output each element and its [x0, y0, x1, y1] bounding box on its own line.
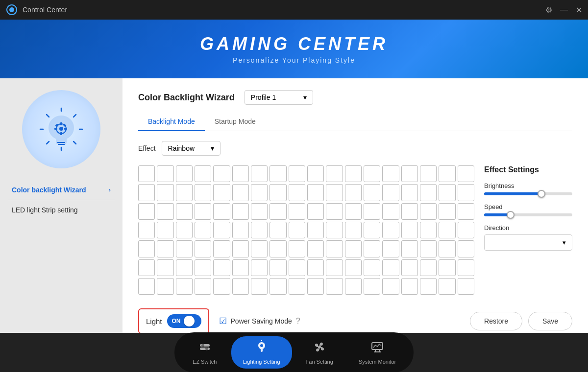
key-cell[interactable]	[157, 165, 173, 182]
key-cell[interactable]	[401, 222, 418, 238]
key-cell[interactable]	[364, 259, 380, 276]
key-cell[interactable]	[458, 165, 474, 182]
key-cell[interactable]	[213, 184, 230, 201]
key-cell[interactable]	[289, 222, 305, 238]
key-cell[interactable]	[270, 259, 286, 276]
key-cell[interactable]	[251, 203, 268, 220]
nav-item-fan-setting[interactable]: Fan Setting	[294, 336, 345, 369]
key-cell[interactable]	[270, 203, 286, 220]
nav-item-ez-switch[interactable]: EZ Switch	[180, 336, 229, 369]
key-cell[interactable]	[439, 165, 455, 182]
light-toggle-switch[interactable]: ON	[167, 314, 201, 328]
key-cell[interactable]	[401, 203, 418, 220]
key-cell[interactable]	[157, 203, 173, 220]
key-cell[interactable]	[420, 184, 437, 201]
key-cell[interactable]	[138, 165, 155, 182]
key-cell[interactable]	[195, 165, 211, 182]
key-cell[interactable]	[326, 165, 343, 182]
key-cell[interactable]	[251, 184, 268, 201]
key-cell[interactable]	[251, 240, 268, 257]
effect-dropdown[interactable]: Rainbow ▾	[162, 141, 220, 156]
key-cell[interactable]	[345, 222, 362, 238]
key-cell[interactable]	[138, 240, 155, 257]
key-cell[interactable]	[138, 278, 155, 295]
key-cell[interactable]	[232, 240, 249, 257]
key-cell[interactable]	[232, 184, 249, 201]
nav-item-system-monitor[interactable]: System Monitor	[347, 336, 408, 369]
key-cell[interactable]	[382, 240, 399, 257]
key-cell[interactable]	[401, 165, 418, 182]
key-cell[interactable]	[326, 240, 343, 257]
key-cell[interactable]	[382, 203, 399, 220]
sidebar-item-led-light-strip[interactable]: LED light Strip setting	[0, 200, 122, 220]
brightness-thumb[interactable]	[538, 190, 545, 198]
key-cell[interactable]	[420, 203, 437, 220]
key-cell[interactable]	[458, 222, 474, 238]
key-cell[interactable]	[439, 240, 455, 257]
key-cell[interactable]	[364, 184, 380, 201]
power-saving-checkbox[interactable]: ☑	[219, 316, 227, 326]
key-cell[interactable]	[138, 259, 155, 276]
key-cell[interactable]	[307, 165, 324, 182]
key-cell[interactable]	[270, 165, 286, 182]
key-cell[interactable]	[345, 165, 362, 182]
key-cell[interactable]	[251, 222, 268, 238]
key-cell[interactable]	[345, 278, 362, 295]
key-cell[interactable]	[289, 278, 305, 295]
key-cell[interactable]	[232, 165, 249, 182]
key-cell[interactable]	[232, 278, 249, 295]
key-cell[interactable]	[364, 240, 380, 257]
key-cell[interactable]	[307, 240, 324, 257]
key-cell[interactable]	[289, 184, 305, 201]
speed-thumb[interactable]	[507, 211, 514, 219]
tab-backlight-mode[interactable]: Backlight Mode	[138, 113, 205, 131]
key-cell[interactable]	[401, 259, 418, 276]
key-cell[interactable]	[251, 259, 268, 276]
key-cell[interactable]	[176, 222, 193, 238]
key-cell[interactable]	[270, 222, 286, 238]
key-cell[interactable]	[195, 259, 211, 276]
key-cell[interactable]	[270, 278, 286, 295]
key-cell[interactable]	[270, 184, 286, 201]
key-cell[interactable]	[326, 203, 343, 220]
key-cell[interactable]	[195, 240, 211, 257]
key-cell[interactable]	[439, 278, 455, 295]
key-cell[interactable]	[307, 203, 324, 220]
key-cell[interactable]	[326, 278, 343, 295]
key-cell[interactable]	[382, 278, 399, 295]
key-cell[interactable]	[458, 259, 474, 276]
key-cell[interactable]	[289, 240, 305, 257]
key-cell[interactable]	[420, 222, 437, 238]
restore-button[interactable]: Restore	[470, 312, 522, 330]
key-cell[interactable]	[213, 203, 230, 220]
key-cell[interactable]	[176, 259, 193, 276]
key-cell[interactable]	[195, 184, 211, 201]
close-button[interactable]: ✕	[576, 5, 582, 15]
minimize-button[interactable]: —	[560, 5, 568, 14]
key-cell[interactable]	[382, 222, 399, 238]
key-cell[interactable]	[458, 184, 474, 201]
key-cell[interactable]	[345, 184, 362, 201]
key-cell[interactable]	[439, 222, 455, 238]
direction-dropdown[interactable]: ▾	[484, 234, 572, 251]
key-cell[interactable]	[195, 222, 211, 238]
key-cell[interactable]	[213, 278, 230, 295]
sidebar-item-color-backlight-wizard[interactable]: Color backlight Wizard ›	[0, 180, 122, 200]
profile-dropdown[interactable]: Profile 1 ▾	[245, 90, 313, 105]
key-cell[interactable]	[364, 203, 380, 220]
key-cell[interactable]	[176, 165, 193, 182]
key-cell[interactable]	[307, 278, 324, 295]
key-cell[interactable]	[307, 259, 324, 276]
key-cell[interactable]	[176, 184, 193, 201]
key-cell[interactable]	[232, 203, 249, 220]
key-cell[interactable]	[213, 240, 230, 257]
key-cell[interactable]	[213, 222, 230, 238]
key-cell[interactable]	[307, 222, 324, 238]
key-cell[interactable]	[157, 278, 173, 295]
key-cell[interactable]	[157, 240, 173, 257]
key-cell[interactable]	[364, 165, 380, 182]
key-cell[interactable]	[345, 259, 362, 276]
key-cell[interactable]	[138, 184, 155, 201]
key-cell[interactable]	[138, 203, 155, 220]
key-cell[interactable]	[289, 165, 305, 182]
